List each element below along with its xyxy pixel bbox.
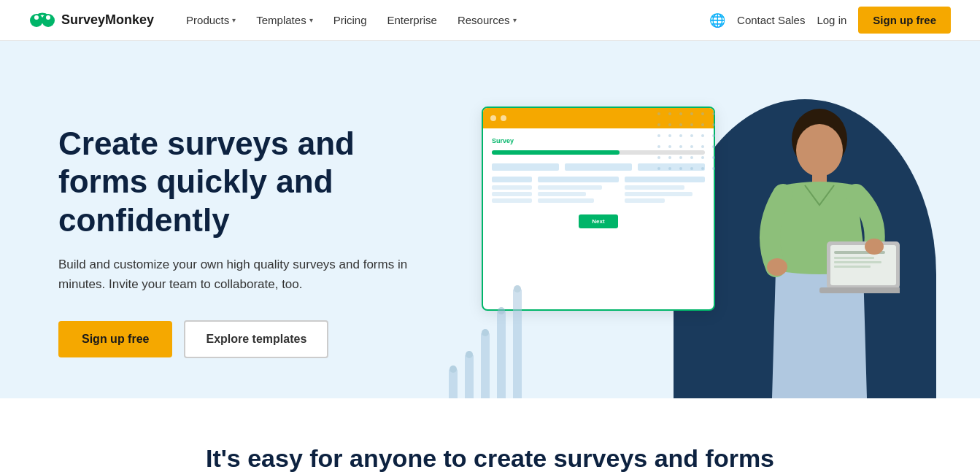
nav-signup-button[interactable]: Sign up free bbox=[858, 7, 951, 34]
chart-decoration bbox=[449, 289, 522, 398]
svg-point-39 bbox=[712, 167, 715, 170]
svg-point-13 bbox=[690, 123, 693, 126]
svg-point-23 bbox=[668, 145, 671, 148]
svg-point-6 bbox=[679, 112, 682, 115]
below-hero-title: It's easy for anyone to create surveys a… bbox=[29, 442, 951, 472]
svg-point-5 bbox=[668, 112, 671, 115]
svg-point-41 bbox=[796, 124, 843, 177]
hero-person bbox=[732, 92, 907, 398]
svg-point-8 bbox=[701, 112, 704, 115]
svg-point-25 bbox=[690, 145, 693, 148]
person-svg bbox=[739, 99, 900, 398]
hero-title: Create surveys and forms quickly and con… bbox=[58, 125, 438, 240]
svg-point-16 bbox=[657, 134, 660, 137]
nav-enterprise[interactable]: Enterprise bbox=[379, 8, 446, 32]
nav-resources[interactable]: Resources ▾ bbox=[449, 8, 525, 32]
svg-point-15 bbox=[712, 123, 715, 126]
svg-point-3 bbox=[46, 15, 50, 20]
nav-products[interactable]: Products ▾ bbox=[177, 8, 244, 32]
globe-icon[interactable]: 🌐 bbox=[709, 12, 725, 28]
svg-point-51 bbox=[865, 239, 884, 255]
mockup-next-btn: Next bbox=[579, 214, 617, 228]
hero-right: Survey bbox=[438, 85, 922, 398]
nav-right: 🌐 Contact Sales Log in Sign up free bbox=[709, 7, 951, 34]
hero-left: Create surveys and forms quickly and con… bbox=[58, 125, 438, 359]
svg-point-17 bbox=[668, 134, 671, 137]
chevron-down-icon: ▾ bbox=[232, 16, 236, 24]
svg-point-20 bbox=[701, 134, 704, 137]
hero-subtitle: Build and customize your own high qualit… bbox=[58, 255, 409, 294]
svg-point-34 bbox=[657, 167, 660, 170]
nav-links: Products ▾ Templates ▾ Pricing Enterpris… bbox=[177, 8, 709, 32]
hero-signup-button[interactable]: Sign up free bbox=[58, 321, 172, 357]
dots-decoration bbox=[652, 107, 725, 179]
svg-point-31 bbox=[690, 156, 693, 159]
svg-point-35 bbox=[668, 167, 671, 170]
explore-templates-button[interactable]: Explore templates bbox=[184, 320, 328, 358]
nav-templates[interactable]: Templates ▾ bbox=[247, 8, 321, 32]
svg-point-24 bbox=[679, 145, 682, 148]
svg-point-2 bbox=[34, 15, 39, 20]
nav-pricing[interactable]: Pricing bbox=[325, 8, 376, 32]
svg-point-26 bbox=[701, 145, 704, 148]
svg-point-22 bbox=[657, 145, 660, 148]
chevron-down-icon: ▾ bbox=[309, 16, 313, 24]
svg-point-29 bbox=[668, 156, 671, 159]
svg-point-43 bbox=[767, 258, 787, 276]
svg-point-36 bbox=[679, 167, 682, 170]
logo-text: SurveyMonkey bbox=[61, 12, 154, 28]
svg-point-28 bbox=[657, 156, 660, 159]
svg-point-9 bbox=[712, 112, 715, 115]
svg-point-11 bbox=[668, 123, 671, 126]
svg-point-12 bbox=[679, 123, 682, 126]
chevron-down-icon: ▾ bbox=[513, 16, 517, 24]
svg-point-21 bbox=[712, 134, 715, 137]
contact-sales-link[interactable]: Contact Sales bbox=[737, 14, 805, 26]
hero-section: Create surveys and forms quickly and con… bbox=[0, 41, 980, 398]
svg-point-37 bbox=[690, 167, 693, 170]
hero-buttons: Sign up free Explore templates bbox=[58, 320, 438, 358]
svg-point-27 bbox=[712, 145, 715, 148]
svg-point-4 bbox=[657, 112, 660, 115]
below-hero-section: It's easy for anyone to create surveys a… bbox=[0, 398, 980, 472]
mockup-cell bbox=[492, 163, 559, 171]
svg-point-32 bbox=[701, 156, 704, 159]
mockup-dot-1 bbox=[490, 115, 496, 121]
svg-point-33 bbox=[712, 156, 715, 159]
svg-point-38 bbox=[701, 167, 704, 170]
mockup-cell bbox=[565, 163, 632, 171]
logo[interactable]: SurveyMonkey bbox=[29, 10, 154, 31]
svg-point-7 bbox=[690, 112, 693, 115]
svg-rect-47 bbox=[834, 257, 874, 259]
mockup-progress-fill bbox=[492, 150, 620, 155]
svg-rect-50 bbox=[819, 287, 900, 293]
svg-point-30 bbox=[679, 156, 682, 159]
svg-point-19 bbox=[690, 134, 693, 137]
mockup-dot-2 bbox=[501, 115, 506, 121]
svg-point-18 bbox=[679, 134, 682, 137]
navigation: SurveyMonkey Products ▾ Templates ▾ Pric… bbox=[0, 0, 980, 41]
login-link[interactable]: Log in bbox=[817, 14, 846, 26]
svg-point-10 bbox=[657, 123, 660, 126]
svg-rect-48 bbox=[834, 261, 881, 263]
svg-point-14 bbox=[701, 123, 704, 126]
svg-rect-49 bbox=[834, 266, 871, 268]
